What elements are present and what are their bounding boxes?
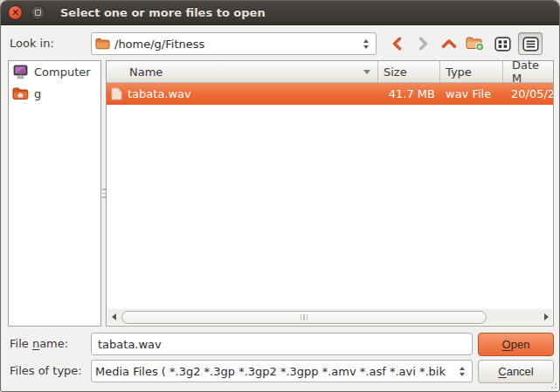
scrollbar-thumb[interactable] <box>121 311 487 324</box>
look-in-combobox[interactable]: /home/g/Fitness <box>91 32 377 55</box>
up-icon <box>441 38 457 50</box>
sidebar-item-computer[interactable]: Computer <box>9 61 100 83</box>
file-date-cell: 20/05/2 <box>503 87 553 100</box>
files-of-type-label: Files of type: <box>10 360 82 382</box>
maximize-icon[interactable] <box>31 5 45 20</box>
file-name-cell: tabata.wav <box>128 87 191 100</box>
open-button[interactable]: Open <box>478 333 554 356</box>
scroll-left-icon[interactable] <box>107 309 120 325</box>
cancel-button[interactable]: Cancel <box>478 360 554 383</box>
combobox-spinner-icon[interactable] <box>456 367 468 376</box>
column-header-name[interactable]: Name <box>107 61 378 82</box>
sidebar-item-home[interactable]: g <box>9 83 100 104</box>
sidebar-item-label: Computer <box>34 65 91 79</box>
resize-grip[interactable] <box>548 380 557 389</box>
column-header-date[interactable]: Date M <box>503 61 553 82</box>
close-icon[interactable]: ✕ <box>8 5 23 20</box>
computer-icon <box>12 65 29 79</box>
splitter-grip-icon <box>102 189 106 198</box>
file-name-label: File name: <box>10 333 68 355</box>
scroll-right-icon[interactable] <box>540 309 552 325</box>
column-header-type[interactable]: Type <box>440 61 503 82</box>
sort-descending-icon <box>363 70 370 74</box>
horizontal-scrollbar[interactable] <box>107 309 552 325</box>
places-sidebar: Computer g <box>8 60 101 327</box>
home-folder-icon <box>12 86 29 100</box>
file-type-cell: wav File <box>440 87 503 100</box>
icon-view-button[interactable] <box>492 33 513 54</box>
forward-button[interactable] <box>412 33 433 54</box>
file-icon <box>111 87 122 100</box>
sidebar-item-label: g <box>34 87 41 100</box>
column-header-size[interactable]: Size <box>378 61 440 82</box>
new-folder-button[interactable] <box>465 33 486 54</box>
column-header-size-label: Size <box>384 65 407 79</box>
scrollbar-track[interactable] <box>120 309 540 325</box>
new-folder-icon <box>466 36 485 52</box>
look-in-value: /home/g/Fitness <box>114 38 204 51</box>
back-button[interactable] <box>386 33 407 54</box>
list-header: Name Size Type Date M <box>107 61 553 83</box>
folder-icon <box>95 38 110 50</box>
column-header-type-label: Type <box>446 65 472 79</box>
icon-view-icon <box>494 37 511 52</box>
file-name-input[interactable] <box>91 333 473 355</box>
titlebar[interactable]: ✕ Select one or more files to open <box>1 1 559 25</box>
file-size-cell: 41.7 MB <box>378 87 440 100</box>
file-list: Name Size Type Date M tabata.wav 41.7 MB… <box>106 60 554 327</box>
look-in-label: Look in: <box>10 32 54 55</box>
file-row-selected[interactable]: tabata.wav 41.7 MB wav File 20/05/2 <box>107 83 553 105</box>
files-of-type-combobox[interactable]: Media Files ( *.3g2 *.3gp *.3gp2 *.3gpp … <box>91 360 473 382</box>
forward-icon <box>417 37 430 51</box>
column-header-name-label: Name <box>129 65 162 79</box>
column-header-date-label: Date M <box>512 58 548 85</box>
window-title: Select one or more files to open <box>60 6 266 19</box>
back-icon <box>391 37 404 51</box>
files-of-type-value: Media Files ( *.3g2 *.3gp *.3gp2 *.3gpp … <box>95 365 446 378</box>
combobox-spinner-icon[interactable] <box>360 39 372 49</box>
maximize-square-glyph <box>35 10 41 16</box>
file-open-dialog: ✕ Select one or more files to open Look … <box>0 0 560 392</box>
detail-view-button[interactable] <box>518 32 543 55</box>
detail-view-icon <box>522 37 539 52</box>
up-directory-button[interactable] <box>439 33 460 54</box>
